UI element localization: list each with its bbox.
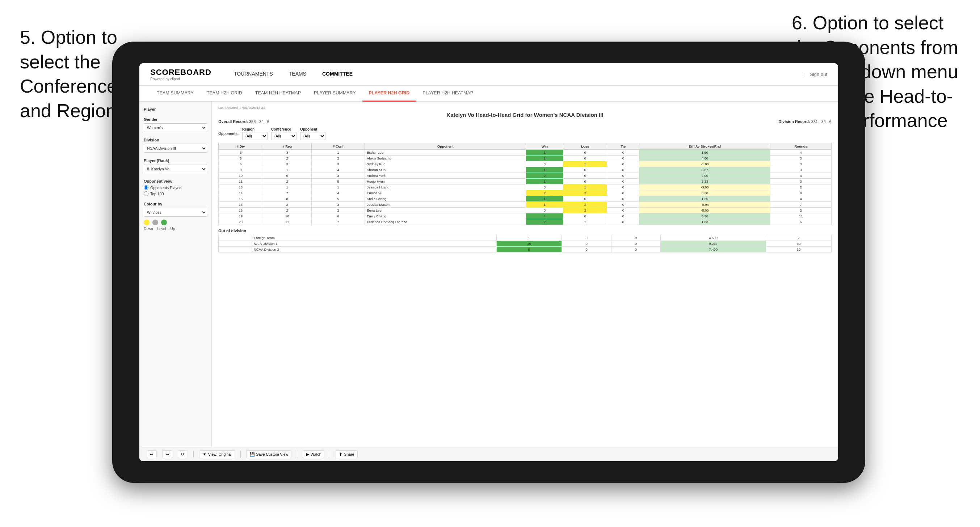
subnav-player-h2h-grid[interactable]: PLAYER H2H GRID bbox=[363, 86, 416, 102]
opponent-select[interactable]: (All) bbox=[300, 132, 325, 140]
color-label-level: Level bbox=[158, 227, 166, 231]
conference-filter-label: Conference bbox=[271, 127, 296, 131]
save-icon: 💾 bbox=[250, 452, 255, 457]
subnav-team-h2h-grid[interactable]: TEAM H2H GRID bbox=[200, 86, 249, 102]
logo-area: SCOREBOARD Powered by clippd bbox=[150, 68, 212, 81]
subnav-team-h2h-heatmap[interactable]: TEAM H2H HEATMAP bbox=[249, 86, 307, 102]
table-row: 13 1 1 Jessica Huang 0 1 0 -3.00 2 bbox=[219, 184, 832, 190]
toolbar-sep-2 bbox=[240, 451, 241, 458]
color-label-down: Down bbox=[144, 227, 153, 231]
nav-teams[interactable]: TEAMS bbox=[281, 63, 314, 86]
player-rank-select[interactable]: 8. Katelyn Vo bbox=[144, 165, 207, 173]
subnav-player-summary[interactable]: PLAYER SUMMARY bbox=[307, 86, 363, 102]
table-row: 3 3 1 Esther Lee 1 0 0 1.50 4 bbox=[219, 150, 832, 156]
filter-row: Opponents: Region (All) Conference (All) bbox=[218, 127, 832, 140]
sidebar-opponent-view-section: Opponent view Opponents Played Top 100 bbox=[144, 179, 207, 196]
table-row: Foreign Team 1 0 0 4.500 2 bbox=[219, 235, 832, 241]
col-opponent: Opponent bbox=[365, 143, 526, 150]
opponent-filter-group: Opponent (All) bbox=[300, 127, 325, 140]
logo-text: SCOREBOARD bbox=[150, 68, 212, 77]
nav-separator: | bbox=[803, 71, 804, 77]
filter-section: Opponents: Region (All) Conference (All) bbox=[218, 127, 832, 140]
tablet-device: SCOREBOARD Powered by clippd TOURNAMENTS… bbox=[112, 41, 865, 483]
table-row: NCAA Division 2 5 0 0 7.400 10 bbox=[219, 247, 832, 252]
subnav-player-h2h-heatmap[interactable]: PLAYER H2H HEATMAP bbox=[416, 86, 480, 102]
report-title: Katelyn Vo Head-to-Head Grid for Women's… bbox=[218, 112, 832, 118]
logo-sub: Powered by clippd bbox=[150, 77, 212, 81]
radio-top-100[interactable]: Top 100 bbox=[144, 191, 207, 196]
table-row: 18 2 2 Euna Lee 0 2 0 -5.00 2 bbox=[219, 208, 832, 213]
division-select[interactable]: NCAA Division III bbox=[144, 144, 207, 152]
color-dot-down bbox=[144, 219, 150, 225]
watch-button[interactable]: ▶ Watch bbox=[303, 450, 325, 458]
main-content: Player Gender Women's Division NCAA Divi… bbox=[139, 102, 838, 447]
subnav-team-summary[interactable]: TEAM SUMMARY bbox=[150, 86, 200, 102]
sidebar-player-rank-section: Player (Rank) 8. Katelyn Vo bbox=[144, 159, 207, 173]
record-row: Overall Record: 353 - 34 - 6 Division Re… bbox=[218, 119, 832, 124]
main-data-table: # Div # Reg # Conf Opponent Win Loss Tie… bbox=[218, 143, 832, 225]
col-win: Win bbox=[526, 143, 563, 150]
bottom-toolbar: ↩ ↪ ⟳ 👁 View: Original 💾 Save Custom Vie… bbox=[139, 447, 838, 461]
annotation-left-text: 5. Option to select the Conference and R… bbox=[20, 27, 117, 121]
nav-tournaments[interactable]: TOURNAMENTS bbox=[226, 63, 281, 86]
eye-icon: 👁 bbox=[202, 452, 207, 457]
nav-right: | Sign out bbox=[803, 71, 827, 77]
col-conf: # Conf bbox=[311, 143, 365, 150]
save-custom-view-button[interactable]: 💾 Save Custom View bbox=[246, 450, 292, 458]
opponent-filter-label: Opponent bbox=[300, 127, 325, 131]
table-row: 5 2 2 Alexis Sudjianto 1 0 0 4.00 3 bbox=[219, 156, 832, 161]
sidebar: Player Gender Women's Division NCAA Divi… bbox=[139, 102, 212, 447]
color-dot-up bbox=[161, 219, 167, 225]
region-select[interactable]: (All) bbox=[242, 132, 267, 140]
sidebar-colour-section: Colour by Win/loss Down Level Up bbox=[144, 202, 207, 231]
table-row: NAIA Division 1 15 0 0 9.267 30 bbox=[219, 241, 832, 247]
colour-by-select[interactable]: Win/loss bbox=[144, 208, 207, 217]
view-original-button[interactable]: 👁 View: Original bbox=[199, 450, 235, 458]
share-button[interactable]: ⬆ Share bbox=[336, 450, 357, 458]
out-of-division-table: Foreign Team 1 0 0 4.500 2 NAIA Division… bbox=[218, 235, 832, 252]
refresh-icon: ⟳ bbox=[181, 452, 185, 457]
toolbar-sep-1 bbox=[193, 451, 194, 458]
division-label: Division bbox=[144, 138, 207, 142]
table-row: 20 11 7 Federica Domecq Lacroze 2 1 0 1.… bbox=[219, 219, 832, 225]
opponent-view-radios: Opponents Played Top 100 bbox=[144, 185, 207, 196]
opponent-view-label: Opponent view bbox=[144, 179, 207, 183]
conference-select[interactable]: (All) bbox=[271, 132, 296, 140]
col-tie: Tie bbox=[607, 143, 640, 150]
gender-select[interactable]: Women's bbox=[144, 123, 207, 132]
conference-filter-group: Conference (All) bbox=[271, 127, 296, 140]
col-loss: Loss bbox=[563, 143, 607, 150]
sidebar-player-section: Player bbox=[144, 107, 207, 111]
division-record: Division Record: 331 - 34 - 6 bbox=[778, 119, 832, 124]
refresh-button[interactable]: ⟳ bbox=[178, 450, 188, 458]
col-reg: # Reg bbox=[263, 143, 311, 150]
opponents-label: Opponents: bbox=[218, 132, 239, 136]
overall-record: Overall Record: 353 - 34 - 6 bbox=[218, 119, 269, 124]
watch-label: Watch bbox=[310, 452, 321, 457]
toolbar-sep-3 bbox=[297, 451, 297, 458]
table-row: 15 8 5 Stella Cheng 1 0 0 1.25 4 bbox=[219, 196, 832, 202]
undo-button[interactable]: ↩ bbox=[146, 450, 157, 458]
table-row: 16 2 3 Jessica Mason 1 2 0 -0.94 7 bbox=[219, 202, 832, 208]
table-row: 14 7 4 Eunice Yi 2 2 0 0.38 9 bbox=[219, 190, 832, 196]
color-indicators bbox=[144, 219, 207, 225]
color-dot-level bbox=[153, 219, 158, 225]
col-div: # Div bbox=[219, 143, 263, 150]
sidebar-gender-section: Gender Women's bbox=[144, 117, 207, 132]
table-row: 10 6 3 Andrea York 2 0 0 4.00 4 bbox=[219, 173, 832, 179]
sign-out-link[interactable]: Sign out bbox=[810, 71, 827, 77]
table-row: 6 3 3 Sydney Kuo 0 1 0 -1.00 3 bbox=[219, 161, 832, 167]
table-row: 11 2 5 Heejo Hyun 1 0 0 3.33 3 bbox=[219, 179, 832, 184]
col-diff: Diff Av Strokes/Rnd bbox=[640, 143, 770, 150]
watch-icon: ▶ bbox=[306, 452, 309, 457]
nav-committee[interactable]: COMMITTEE bbox=[314, 63, 361, 86]
radio-opponents-played[interactable]: Opponents Played bbox=[144, 185, 207, 190]
table-row: 9 1 4 Sharon Mun 1 0 0 3.67 3 bbox=[219, 167, 832, 173]
last-updated: Last Updated: 27/03/2024 18:34 bbox=[218, 106, 832, 110]
out-of-division-header: Out of division bbox=[218, 229, 832, 233]
gender-label: Gender bbox=[144, 117, 207, 122]
redo-button[interactable]: ↪ bbox=[162, 450, 172, 458]
player-rank-label: Player (Rank) bbox=[144, 159, 207, 163]
share-label: Share bbox=[344, 452, 354, 457]
nav-items: TOURNAMENTS TEAMS COMMITTEE bbox=[226, 63, 803, 86]
